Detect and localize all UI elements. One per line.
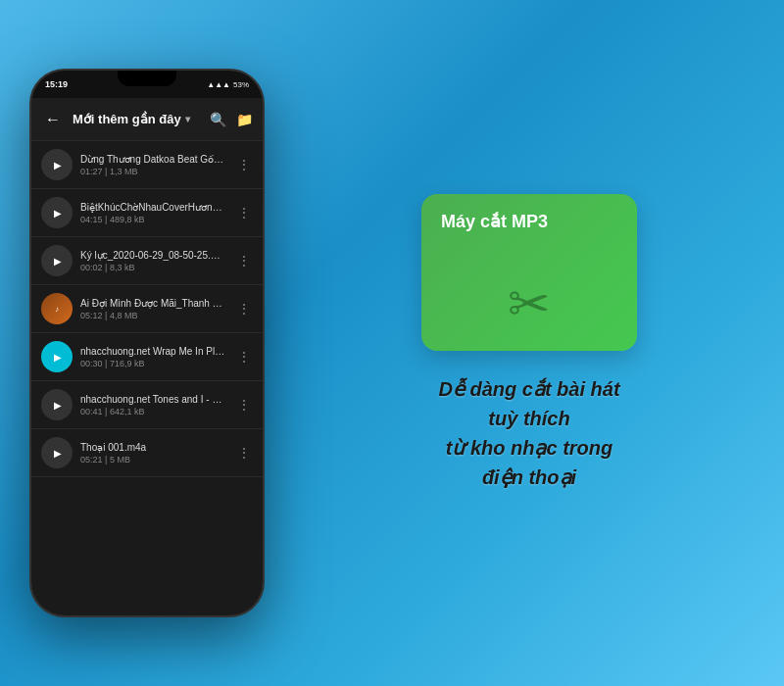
play-icon: ▶ <box>54 160 62 171</box>
status-bar: 15:19 ▲▲▲ 53% <box>31 71 263 98</box>
dropdown-arrow-icon[interactable]: ▾ <box>185 114 190 124</box>
track-duration: 00:02 <box>80 263 103 272</box>
app-card: Máy cắt MP3 ✂ <box>421 194 637 351</box>
track-meta: 00:41 | 642,1 kB <box>80 407 227 416</box>
track-size: 716,9 kB <box>110 359 145 368</box>
more-options-icon[interactable]: ⋮ <box>235 253 253 269</box>
track-info: Thoại 001.m4a 05:21 | 5 MB <box>80 442 227 465</box>
list-item: ♪ Ai Đợi Mình Được Mãi_Thanh Hưng_-10795… <box>31 285 263 333</box>
track-name: BiệtKhúcChờNhauCoverHươngLy1079247887... <box>80 202 227 213</box>
track-name: Dừng Thương Datkoa Beat Gốc.mp3 <box>80 154 227 165</box>
track-size: 5 MB <box>110 455 130 465</box>
app-bar-title: Mới thêm gần đây ▾ <box>73 112 202 126</box>
track-name: Ai Đợi Mình Được Mãi_Thanh Hưng_-107954.… <box>80 298 227 309</box>
phone-screen: 15:19 ▲▲▲ 53% ← Mới thêm gần đây ▾ 🔍 📁 <box>31 71 263 615</box>
play-icon: ▶ <box>54 448 62 459</box>
track-duration: 04:15 <box>80 215 103 224</box>
status-right: ▲▲▲ 53% <box>207 80 249 89</box>
list-item: ▶ nhacchuong.net Wrap Me In Plastic - Nh… <box>31 333 263 381</box>
list-item: ▶ nhacchuong.net Tones and I - Nhạc chuo… <box>31 381 263 429</box>
track-info: nhacchuong.net Wrap Me In Plastic - Nhạc… <box>80 346 227 368</box>
track-meta: 01:27 | 1,3 MB <box>80 167 227 176</box>
promo-line3: từ kho nhạc trong <box>438 433 619 463</box>
track-meta: 05:12 | 4,8 MB <box>80 311 227 320</box>
promo-line1: Dễ dàng cắt bài hát <box>438 374 619 404</box>
track-duration: 00:41 <box>80 407 103 416</box>
more-options-icon[interactable]: ⋮ <box>235 397 253 413</box>
search-icon[interactable]: 🔍 <box>210 112 226 127</box>
back-button[interactable]: ← <box>41 107 65 132</box>
folder-icon[interactable]: 📁 <box>236 112 253 127</box>
scene: 15:19 ▲▲▲ 53% ← Mới thêm gần đây ▾ 🔍 📁 <box>0 0 784 686</box>
list-item: ▶ Thoại 001.m4a 05:21 | 5 MB ⋮ <box>31 429 263 477</box>
promo-line4: điện thoại <box>438 463 619 492</box>
signal-icon: ▲▲▲ <box>207 80 230 89</box>
track-info: Dừng Thương Datkoa Beat Gốc.mp3 01:27 | … <box>80 154 227 176</box>
track-meta: 00:02 | 8,3 kB <box>80 263 227 272</box>
list-item: ▶ Dừng Thương Datkoa Beat Gốc.mp3 01:27 … <box>31 141 263 189</box>
track-name: nhacchuong.net Tones and I - Nhạc chuong… <box>80 394 227 405</box>
track-size: 489,8 kB <box>110 215 145 224</box>
list-item: ▶ Ký lực_2020-06-29_08-50-25.mp3 00:02 |… <box>31 237 263 285</box>
album-art: ♪ <box>41 293 73 324</box>
play-icon: ▶ <box>54 400 62 411</box>
track-duration: 05:21 <box>80 455 103 465</box>
play-button[interactable]: ▶ <box>41 389 73 420</box>
app-card-title: Máy cắt MP3 <box>441 212 548 233</box>
track-info: Ký lực_2020-06-29_08-50-25.mp3 00:02 | 8… <box>80 250 227 272</box>
status-time: 15:19 <box>45 79 68 89</box>
track-size: 1,3 MB <box>110 167 138 176</box>
play-button[interactable]: ▶ <box>41 149 73 180</box>
play-button[interactable]: ▶ <box>41 245 73 276</box>
app-bar: ← Mới thêm gần đây ▾ 🔍 📁 <box>31 98 263 141</box>
art-placeholder: ♪ <box>55 305 59 314</box>
more-options-icon[interactable]: ⋮ <box>235 205 253 220</box>
battery-text: 53% <box>233 80 249 89</box>
track-name: Thoại 001.m4a <box>80 442 227 453</box>
title-text: Mới thêm gần đây <box>73 112 181 126</box>
play-button[interactable]: ▶ <box>41 341 73 372</box>
right-panel: Máy cắt MP3 ✂ Dễ dàng cắt bài hát tuỳ th… <box>304 194 755 492</box>
track-name: nhacchuong.net Wrap Me In Plastic - Nhạc… <box>80 346 227 357</box>
track-list: ▶ Dừng Thương Datkoa Beat Gốc.mp3 01:27 … <box>31 141 263 615</box>
promo-line2: tuỳ thích <box>438 404 619 433</box>
track-size: 642,1 kB <box>110 407 145 416</box>
play-icon: ▶ <box>54 352 62 363</box>
track-duration: 05:12 <box>80 311 103 320</box>
play-button[interactable]: ▶ <box>41 197 73 228</box>
track-meta: 00:30 | 716,9 kB <box>80 359 227 368</box>
notch <box>118 71 176 86</box>
more-options-icon[interactable]: ⋮ <box>235 157 253 172</box>
track-info: BiệtKhúcChờNhauCoverHươngLy1079247887...… <box>80 202 227 224</box>
track-duration: 01:27 <box>80 167 103 176</box>
scissors-icon: ✂ <box>508 274 551 333</box>
more-options-icon[interactable]: ⋮ <box>235 301 253 317</box>
track-duration: 00:30 <box>80 359 103 368</box>
more-options-icon[interactable]: ⋮ <box>235 445 253 461</box>
track-info: Ai Đợi Mình Được Mãi_Thanh Hưng_-107954.… <box>80 298 227 320</box>
play-icon: ▶ <box>54 208 62 219</box>
play-button[interactable]: ▶ <box>41 437 73 468</box>
track-meta: 05:21 | 5 MB <box>80 455 227 465</box>
list-item: ▶ BiệtKhúcChờNhauCoverHươngLy1079247887.… <box>31 189 263 237</box>
track-meta: 04:15 | 489,8 kB <box>80 215 227 224</box>
track-size: 8,3 kB <box>110 263 135 272</box>
track-info: nhacchuong.net Tones and I - Nhạc chuong… <box>80 394 227 416</box>
phone: 15:19 ▲▲▲ 53% ← Mới thêm gần đây ▾ 🔍 📁 <box>29 69 265 617</box>
more-options-icon[interactable]: ⋮ <box>235 349 253 365</box>
track-name: Ký lực_2020-06-29_08-50-25.mp3 <box>80 250 227 261</box>
promo-text: Dễ dàng cắt bài hát tuỳ thích từ kho nhạ… <box>438 374 619 492</box>
app-bar-icons: 🔍 📁 <box>210 112 253 127</box>
track-size: 4,8 MB <box>110 311 138 320</box>
play-icon: ▶ <box>54 256 62 267</box>
